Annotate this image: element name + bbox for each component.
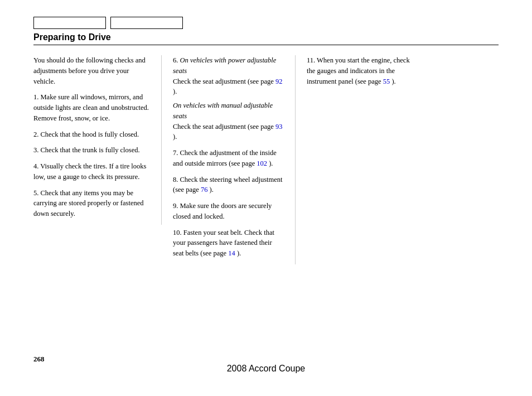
item-number: 4.: [33, 162, 40, 170]
nav-tab-1[interactable]: [33, 17, 106, 29]
page-number: 268: [33, 355, 45, 363]
page-link-76[interactable]: 76: [201, 186, 208, 194]
list-item: 4. Visually check the tires. If a tire l…: [33, 161, 150, 182]
item-number: 8.: [173, 176, 180, 183]
list-item-8: 8. Check the steering wheel adjustment (…: [173, 175, 284, 196]
title-section: Preparing to Drive: [33, 32, 499, 45]
list-item: 1. Make sure all windows, mirrors, and o…: [33, 92, 150, 123]
item-text: Make sure the doors are securely closed …: [173, 202, 272, 220]
list-item-10: 10. Fasten your seat belt. Check that yo…: [173, 228, 284, 259]
item-text: Check the steering wheel adjustment (see…: [173, 176, 282, 194]
list-item-7: 7. Check the adjustment of the inside an…: [173, 148, 284, 169]
item-number: 7.: [173, 149, 180, 157]
col-middle: 6. On vehicles with power adjustable sea…: [162, 55, 296, 264]
footer-section: 268 2008 Accord Coupe: [33, 355, 499, 374]
item-number: 10.: [173, 229, 183, 236]
item-text: Check the seat adjustment (see page 93 )…: [173, 123, 282, 141]
list-item: 5. Check that any items you may be carry…: [33, 188, 150, 219]
list-item: 2. Check that the hood is fully closed.: [33, 129, 150, 140]
item-text: Check the seat adjustment (see page 92 )…: [173, 78, 282, 96]
item-italic-heading: On vehicles with power adjustable seats: [173, 56, 276, 75]
page-link-55[interactable]: 55: [383, 78, 390, 85]
item-text: Check that the trunk is fully closed.: [41, 146, 140, 154]
list-item-6b: On vehicles with manual adjustable seats…: [173, 100, 284, 142]
item-number: 2.: [33, 131, 41, 138]
col-right: 11. When you start the engine, check the…: [296, 55, 418, 92]
item-text: Fasten your seat belt. Check that your p…: [173, 229, 274, 258]
item-text: Make sure all windows, mirrors, and outs…: [33, 93, 149, 122]
page-title: Preparing to Drive: [33, 32, 111, 42]
page: Preparing to Drive You should do the fol…: [0, 0, 532, 396]
col-left: You should do the following checks and a…: [33, 55, 162, 225]
item-number: 6.: [173, 56, 180, 64]
list-item-9: 9. Make sure the doors are securely clos…: [173, 201, 284, 222]
content-columns: You should do the following checks and a…: [33, 55, 499, 264]
item-text: When you start the engine, check the gau…: [307, 56, 410, 85]
item-number: 9.: [173, 202, 180, 210]
item-text: Visually check the tires. If a tire look…: [33, 162, 146, 181]
nav-tabs: [33, 17, 499, 29]
intro-text: You should do the following checks and a…: [33, 55, 150, 86]
page-link-102[interactable]: 102: [257, 160, 267, 167]
item-text: Check the adjustment of the inside and o…: [173, 149, 277, 167]
page-link-14[interactable]: 14: [228, 249, 235, 257]
list-item-6: 6. On vehicles with power adjustable sea…: [173, 55, 284, 97]
item-italic-heading2: On vehicles with manual adjustable seats: [173, 102, 273, 120]
item-number: 11.: [307, 56, 317, 64]
item-number: 5.: [33, 189, 41, 197]
list-item: 3. Check that the trunk is fully closed.: [33, 145, 150, 156]
item-text: Check that any items you may be carrying…: [33, 189, 143, 218]
page-link-92[interactable]: 92: [275, 78, 283, 85]
item-number: 1.: [33, 93, 41, 101]
item-text: Check that the hood is fully closed.: [41, 131, 139, 138]
book-title: 2008 Accord Coupe: [33, 364, 499, 374]
item-number: 3.: [33, 146, 41, 154]
list-item-11: 11. When you start the engine, check the…: [307, 55, 418, 86]
nav-tab-2[interactable]: [110, 17, 183, 29]
page-link-93[interactable]: 93: [275, 123, 283, 131]
